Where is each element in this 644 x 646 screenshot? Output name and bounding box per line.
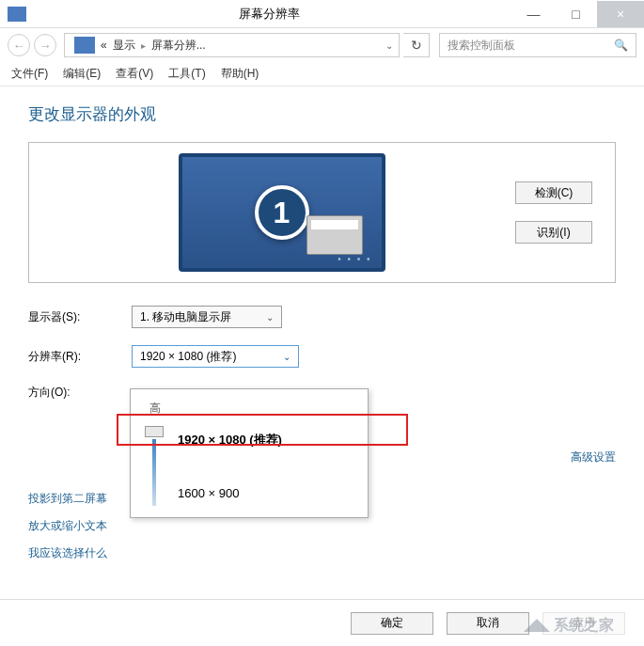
menu-edit[interactable]: 编辑(E): [63, 66, 101, 82]
orientation-label: 方向(O):: [28, 385, 132, 401]
monitor-dots: • • • •: [338, 254, 371, 264]
monitor-preview[interactable]: 1 • • • •: [179, 153, 385, 272]
search-icon: 🔍: [614, 39, 628, 52]
address-dropdown-caret[interactable]: ⌄: [385, 40, 393, 51]
resolution-option-1600[interactable]: 1600 × 900: [178, 481, 354, 506]
folder-icon: [74, 37, 95, 54]
watermark-text: 系统之家: [554, 616, 614, 636]
keyboard-icon: [306, 215, 363, 255]
resolution-select-value: 1920 × 1080 (推荐): [140, 349, 236, 365]
maximize-button[interactable]: □: [555, 1, 597, 27]
house-icon: [524, 619, 550, 632]
dropdown-header-high: 高: [131, 397, 368, 420]
search-placeholder: 搜索控制面板: [448, 38, 614, 54]
resolution-option-1920[interactable]: 1920 × 1080 (推荐): [178, 426, 354, 454]
chevron-down-icon: ⌄: [283, 352, 291, 362]
menu-tools[interactable]: 工具(T): [168, 66, 205, 82]
identify-button[interactable]: 识别(I): [515, 221, 592, 244]
slider-thumb[interactable]: [145, 426, 164, 437]
back-button[interactable]: ←: [8, 34, 30, 56]
search-input[interactable]: 搜索控制面板 🔍: [439, 33, 636, 57]
menu-help[interactable]: 帮助(H): [221, 66, 259, 82]
breadcrumb-seg-resolution[interactable]: 屏幕分辨...: [151, 38, 206, 54]
refresh-button[interactable]: ↻: [403, 33, 430, 57]
resolution-slider[interactable]: [144, 426, 165, 506]
chevron-down-icon: ⌄: [266, 312, 274, 323]
minimize-button[interactable]: —: [512, 1, 555, 27]
window-title: 屏幕分辨率: [26, 6, 512, 23]
ok-button[interactable]: 确定: [351, 612, 433, 635]
project-link[interactable]: 投影到第二屏幕: [28, 491, 107, 507]
menu-file[interactable]: 文件(F): [11, 66, 48, 82]
slider-track: [152, 439, 156, 506]
close-button[interactable]: ×: [597, 1, 644, 27]
app-icon: [8, 7, 26, 22]
resolution-select[interactable]: 1920 × 1080 (推荐) ⌄: [132, 345, 299, 368]
display-label: 显示器(S):: [28, 309, 132, 325]
scale-text-link[interactable]: 放大或缩小文本: [28, 518, 107, 534]
monitor-preview-box: 1 • • • • 检测(C) 识别(I): [28, 142, 616, 283]
chevron-right-icon: ▸: [141, 40, 146, 51]
breadcrumb-chevrons: «: [101, 39, 107, 52]
display-select[interactable]: 1. 移动电脑显示屏 ⌄: [132, 306, 282, 328]
address-bar[interactable]: « 显示 ▸ 屏幕分辨... ⌄: [64, 33, 400, 57]
cancel-button[interactable]: 取消: [447, 612, 529, 635]
detect-button[interactable]: 检测(C): [515, 181, 592, 204]
breadcrumb-seg-display[interactable]: 显示: [113, 38, 135, 54]
page-title: 更改显示器的外观: [28, 103, 616, 125]
resolution-dropdown: 高 1920 × 1080 (推荐) 1600 × 900: [130, 388, 369, 518]
advanced-settings-link[interactable]: 高级设置: [571, 449, 616, 465]
display-select-value: 1. 移动电脑显示屏: [140, 309, 231, 325]
watermark: 系统之家: [524, 605, 636, 646]
monitor-number-badge: 1: [255, 185, 309, 240]
forward-button[interactable]: →: [34, 34, 56, 56]
choose-help-link[interactable]: 我应该选择什么: [28, 545, 107, 561]
resolution-label: 分辨率(R):: [28, 349, 132, 365]
menu-view[interactable]: 查看(V): [116, 66, 153, 82]
